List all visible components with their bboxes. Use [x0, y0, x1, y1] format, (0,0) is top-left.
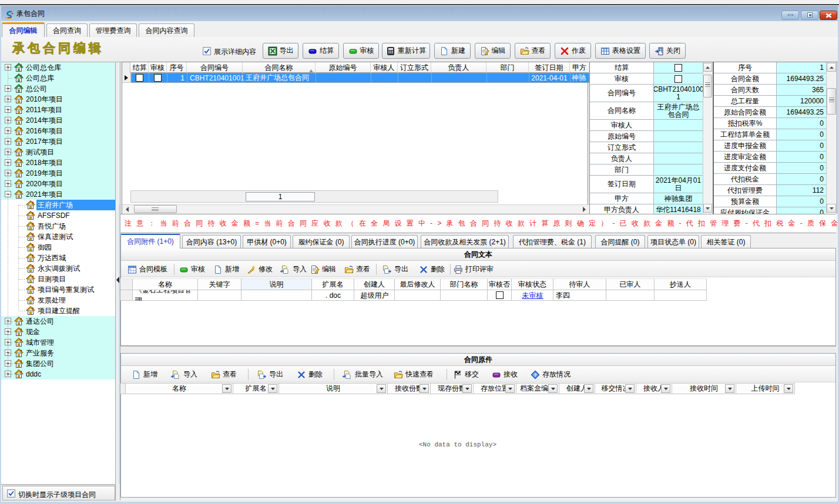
svg-text:?: ? [534, 372, 537, 378]
